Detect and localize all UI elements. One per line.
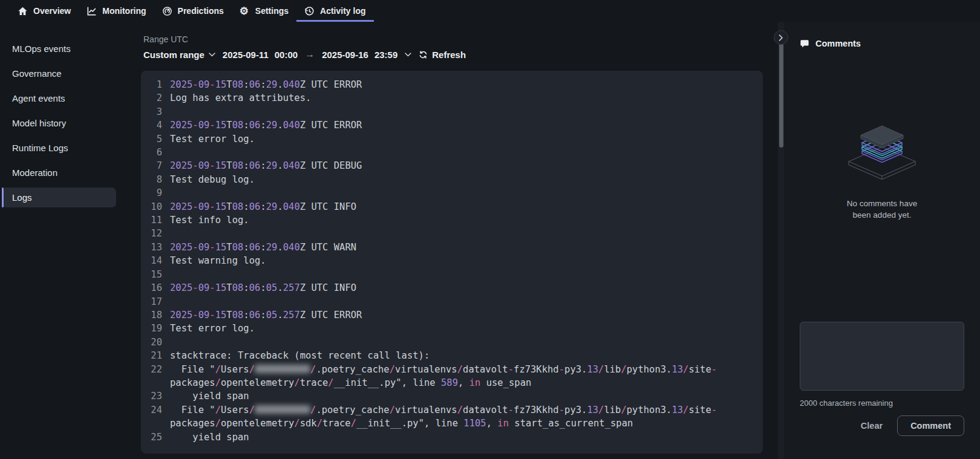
redacted-username [255, 405, 310, 414]
log-line: 19Test error log. [147, 322, 750, 335]
log-text: Test error log. [170, 132, 750, 146]
log-text [170, 227, 750, 240]
comments-header: Comments [800, 39, 964, 48]
log-line: 72025-09-15T08:06:29.040Z UTC DEBUG [147, 159, 750, 172]
line-number: 1 [147, 78, 162, 91]
sidebar-item-governance[interactable]: Governance [2, 63, 116, 83]
nav-item-predictions[interactable]: Predictions [154, 0, 232, 22]
log-text: 2025-09-15T08:06:29.040Z UTC DEBUG [170, 159, 750, 172]
gear-icon: ⚙ [240, 6, 250, 16]
redacted-username [255, 365, 310, 373]
sidebar-item-label: Logs [12, 192, 32, 203]
characters-remaining: 2000 characters remaining [800, 399, 964, 408]
log-line: 8Test debug log. [147, 173, 750, 186]
sidebar-item-label: MLOps events [12, 44, 71, 54]
start-date: 2025-09-11 [223, 50, 269, 60]
sidebar-item-logs[interactable]: Logs [2, 187, 116, 207]
sidebar-item-model-history[interactable]: Model history [2, 113, 116, 133]
range-toolbar: Custom range 2025-09-11 00:00 → 2025-09-… [143, 49, 778, 60]
log-text: yield span [170, 431, 750, 444]
nav-item-overview[interactable]: Overview [10, 0, 79, 22]
home-icon [18, 6, 28, 16]
log-line: 102025-09-15T08:06:29.040Z UTC INFO [147, 200, 750, 213]
refresh-button[interactable]: Refresh [419, 50, 466, 60]
line-number: 7 [147, 159, 162, 172]
log-text: Test error log. [170, 322, 750, 335]
refresh-label: Refresh [432, 50, 466, 60]
line-number: 14 [147, 254, 162, 267]
scrollbar-thumb[interactable] [779, 40, 783, 148]
line-number: 23 [147, 389, 162, 403]
chevron-down-icon [209, 53, 215, 57]
line-number: 4 [147, 119, 162, 132]
sidebar-item-agent-events[interactable]: Agent events [2, 88, 116, 108]
nav-item-label: Settings [255, 6, 289, 16]
range-end[interactable]: 2025-09-16 23:59 [322, 50, 397, 60]
log-line: 2Log has extra attributes. [147, 91, 750, 105]
clear-button[interactable]: Clear [861, 421, 883, 431]
nav-item-label: Overview [33, 6, 71, 16]
collapse-panel-button[interactable] [774, 30, 788, 45]
refresh-icon [419, 50, 428, 59]
start-time: 00:00 [275, 50, 298, 60]
line-number: 10 [147, 200, 162, 213]
line-number: 2 [147, 91, 162, 105]
line-number: 18 [147, 308, 162, 322]
log-text: File "/Users//.poetry_cache/virtualenvs/… [170, 363, 750, 390]
log-text: Log has extra attributes. [170, 91, 750, 105]
log-line: 12025-09-15T08:06:29.040Z UTC ERROR [147, 78, 750, 91]
sidebar-item-mlops-events[interactable]: MLOps events [2, 39, 116, 59]
line-number: 24 [147, 403, 162, 431]
log-text: Test warning log. [170, 254, 750, 267]
log-line: 25 yield span [147, 431, 750, 444]
range-preset-label: Custom range [143, 50, 204, 60]
sidebar-item-runtime-logs[interactable]: Runtime Logs [2, 138, 116, 158]
log-line: 23 yield span [147, 389, 750, 403]
log-text: 2025-09-15T08:06:29.040Z UTC WARN [170, 241, 750, 254]
line-number: 3 [147, 105, 162, 119]
comment-button[interactable]: Comment [897, 415, 964, 436]
sidebar-item-moderation[interactable]: Moderation [2, 163, 116, 183]
nav-item-settings[interactable]: ⚙ Settings [232, 0, 296, 22]
line-number: 11 [147, 213, 162, 227]
log-line: 11Test info log. [147, 213, 750, 227]
log-line: 5Test error log. [147, 132, 750, 146]
nav-item-activity-log[interactable]: Activity log [296, 0, 373, 22]
comments-empty-state: No comments have been added yet. [800, 125, 964, 221]
line-number: 16 [147, 281, 162, 295]
log-line: 20 [147, 336, 750, 349]
range-start[interactable]: 2025-09-11 00:00 [223, 50, 298, 60]
log-line: 14Test warning log. [147, 254, 750, 267]
nav-item-label: Monitoring [102, 6, 146, 16]
nav-item-monitoring[interactable]: Monitoring [79, 0, 154, 22]
sidebar-item-label: Runtime Logs [12, 143, 68, 153]
line-number: 22 [147, 363, 162, 390]
main-content: Range UTC Custom range 2025-09-11 00:00 … [133, 22, 778, 459]
line-number: 25 [147, 431, 162, 444]
log-line: 22 File "/Users//.poetry_cache/virtualen… [147, 363, 750, 390]
log-text: Test info log. [170, 213, 750, 227]
log-text: 2025-09-15T08:06:29.040Z UTC ERROR [170, 78, 750, 91]
range-preset-dropdown[interactable]: Custom range [143, 50, 215, 60]
line-number: 12 [147, 227, 162, 240]
log-text [170, 146, 750, 159]
log-text: File "/Users//.poetry_cache/virtualenvs/… [170, 403, 750, 431]
log-line: 182025-09-15T08:06:05.257Z UTC ERROR [147, 308, 750, 322]
comment-input[interactable] [800, 322, 964, 391]
sidebar: MLOps events Governance Agent events Mod… [0, 22, 133, 459]
log-line: 21stacktrace: Traceback (most recent cal… [147, 349, 750, 362]
comments-title: Comments [815, 39, 861, 48]
log-line: 9 [147, 186, 750, 200]
nav-item-label: Activity log [320, 6, 365, 16]
line-number: 21 [147, 349, 162, 362]
log-viewer[interactable]: 12025-09-15T08:06:29.040Z UTC ERROR2Log … [141, 71, 763, 454]
range-arrow: → [305, 49, 315, 60]
comment-composer: 2000 characters remaining Clear Comment [800, 322, 964, 436]
layers-stack-icon [842, 125, 922, 184]
chevron-down-icon[interactable] [405, 53, 411, 57]
line-number: 5 [147, 132, 162, 146]
sidebar-item-label: Governance [12, 68, 62, 79]
log-text: yield span [170, 389, 750, 403]
log-text: 2025-09-15T08:06:05.257Z UTC INFO [170, 281, 750, 295]
log-line: 6 [147, 146, 750, 159]
